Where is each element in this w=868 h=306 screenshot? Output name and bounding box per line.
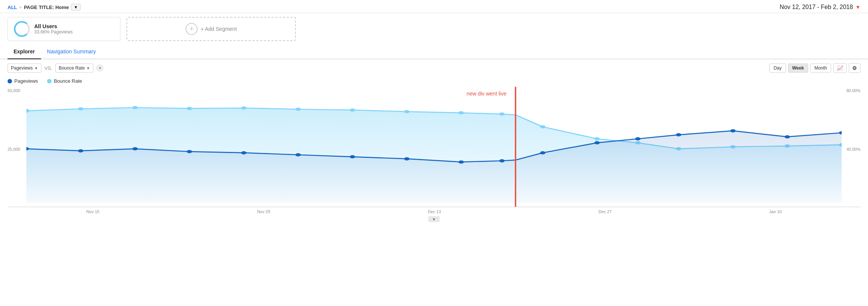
svg-point-19 (132, 147, 138, 151)
svg-point-27 (540, 151, 545, 155)
legend-bounce-rate: Bounce Rate (47, 78, 82, 84)
svg-point-26 (499, 159, 504, 162)
legend-pageviews-label: Pageviews (14, 78, 38, 84)
svg-point-2 (132, 106, 138, 109)
left-controls: Pageviews ▼ VS. Bounce Rate ▼ ✕ (8, 64, 103, 73)
svg-point-8 (458, 111, 464, 115)
tab-navigation-summary[interactable]: Navigation Summary (41, 45, 102, 59)
x-label-dec13: Dec 13 (428, 209, 441, 214)
svg-point-0 (26, 109, 29, 113)
breadcrumb: ALL » PAGE TITLE: Home ▼ (8, 4, 81, 11)
svg-point-31 (730, 129, 736, 133)
scroll-button[interactable]: ▼ (428, 216, 440, 222)
vs-label: VS. (44, 65, 52, 71)
line-chart-button[interactable]: 📈 (833, 63, 847, 73)
segments-bar: All Users 33.66% Pageviews + + Add Segme… (0, 13, 868, 45)
segment-title: All Users (34, 23, 73, 29)
metric1-label: Pageviews (11, 65, 33, 71)
segment-subtitle: 33.66% Pageviews (34, 29, 73, 35)
scroll-indicator: ▼ (0, 214, 868, 224)
tabs-bar: Explorer Navigation Summary (0, 45, 868, 59)
chart-svg (26, 87, 842, 207)
svg-point-10 (540, 125, 545, 129)
segment-all-users: All Users 33.66% Pageviews (8, 17, 120, 41)
right-controls: Day Week Month 📈 ⚙ (769, 63, 860, 73)
chart-controls: Pageviews ▼ VS. Bounce Rate ▼ ✕ Day Week… (0, 59, 868, 77)
svg-point-5 (295, 108, 301, 111)
x-label-nov15: Nov 15 (86, 209, 99, 214)
breadcrumb-separator: » (19, 5, 21, 9)
date-range-dropdown[interactable]: ▼ (855, 4, 860, 10)
metric1-arrow: ▼ (34, 66, 38, 70)
x-label-jan10: Jan 10 (769, 209, 782, 214)
legend-bounce-rate-label: Bounce Rate (54, 78, 82, 84)
svg-point-9 (499, 112, 504, 116)
svg-point-21 (241, 151, 246, 155)
date-range-text: Nov 12, 2017 - Feb 2, 2018 (780, 4, 853, 11)
svg-point-32 (784, 135, 790, 139)
svg-point-1 (78, 107, 83, 111)
chart-legend: Pageviews Bounce Rate (0, 77, 868, 87)
y-right-top: 80.00% (847, 88, 860, 93)
y-axis-left: 50,000 25,000 (8, 87, 20, 207)
date-range: Nov 12, 2017 - Feb 2, 2018 ▼ (780, 4, 860, 11)
y-left-mid: 25,000 (8, 147, 20, 151)
svg-point-24 (404, 157, 410, 161)
metric2-arrow: ▼ (86, 66, 90, 70)
y-right-mid: 40.00% (847, 147, 860, 151)
period-month-button[interactable]: Month (810, 64, 831, 73)
top-bar: ALL » PAGE TITLE: Home ▼ Nov 12, 2017 - … (0, 0, 868, 13)
svg-point-23 (350, 155, 355, 159)
annotation-label: new div went live (467, 91, 507, 97)
remove-metric2-button[interactable]: ✕ (96, 65, 103, 71)
x-label-nov29: Nov 29 (257, 209, 270, 214)
svg-point-22 (295, 153, 301, 157)
period-day-button[interactable]: Day (769, 64, 786, 73)
metric2-label: Bounce Rate (59, 65, 85, 71)
period-week-button[interactable]: Week (788, 64, 808, 73)
page-title-dropdown[interactable]: ▼ (71, 4, 81, 11)
svg-point-6 (350, 108, 355, 112)
legend-pageviews-dot (8, 79, 12, 83)
legend-pageviews: Pageviews (8, 78, 38, 84)
tab-explorer[interactable]: Explorer (8, 45, 41, 59)
svg-point-4 (241, 106, 246, 110)
svg-point-28 (594, 141, 600, 145)
metric1-select[interactable]: Pageviews ▼ (8, 64, 41, 73)
svg-point-30 (676, 133, 681, 136)
legend-bounce-rate-dot (47, 79, 52, 83)
y-axis-right: 80.00% 40.00% (847, 87, 860, 207)
all-link[interactable]: ALL (8, 5, 17, 10)
scatter-chart-button[interactable]: ⚙ (849, 63, 860, 73)
svg-point-7 (404, 110, 410, 114)
y-left-top: 50,000 (8, 88, 20, 93)
x-axis: Nov 15 Nov 29 Dec 13 Dec 27 Jan 10 (0, 207, 868, 214)
svg-point-3 (187, 107, 192, 110)
chart-area: 50,000 25,000 80.00% 40.00% (8, 87, 860, 207)
svg-point-20 (187, 150, 192, 153)
x-label-dec27: Dec 27 (598, 209, 612, 214)
add-segment-icon: + (186, 23, 198, 35)
segment-circle (14, 21, 30, 37)
add-segment-card[interactable]: + + Add Segment (126, 17, 296, 41)
metric2-select[interactable]: Bounce Rate ▼ (55, 64, 93, 73)
svg-point-25 (458, 161, 464, 164)
svg-point-29 (635, 137, 640, 141)
svg-point-18 (78, 149, 83, 153)
page-title: PAGE TITLE: Home (24, 5, 69, 10)
segment-info: All Users 33.66% Pageviews (34, 23, 73, 35)
svg-point-11 (594, 137, 600, 141)
add-segment-label: + Add Segment (201, 26, 237, 32)
